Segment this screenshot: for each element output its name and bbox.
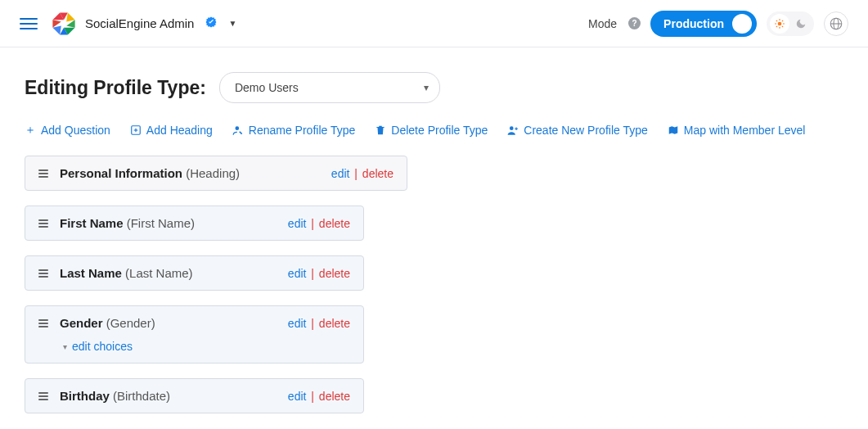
field-item[interactable]: First Name (First Name)edit | delete — [25, 205, 364, 241]
topbar: SocialEngine Admin ▼ Mode ? Production — [0, 0, 868, 47]
chevron-down-icon: ▼ — [228, 19, 236, 28]
svg-line-16 — [782, 20, 783, 20]
create-profile-type-link[interactable]: Create New Profile Type — [507, 123, 647, 138]
edit-link[interactable]: edit — [331, 167, 350, 180]
field-label: Personal Information (Heading) — [60, 166, 320, 180]
caret-down-icon: ▾ — [63, 342, 67, 351]
svg-point-23 — [235, 126, 239, 130]
field-label: Last Name (Last Name) — [60, 266, 277, 280]
topbar-right: Mode ? Production — [588, 11, 848, 37]
mode-toggle-label: Production — [663, 17, 724, 30]
delete-link[interactable]: delete — [362, 167, 394, 180]
language-button[interactable] — [824, 11, 848, 36]
field-label: Gender (Gender) — [60, 316, 277, 330]
delete-link[interactable]: delete — [319, 267, 350, 280]
svg-point-24 — [510, 126, 514, 130]
drag-handle-icon[interactable] — [38, 219, 48, 228]
field-item[interactable]: Last Name (Last Name)edit | delete — [25, 255, 364, 291]
add-heading-link[interactable]: Add Heading — [130, 123, 213, 138]
svg-point-8 — [778, 21, 782, 25]
edit-link[interactable]: edit — [288, 317, 307, 330]
field-label: Birthday (Birthdate) — [60, 389, 277, 403]
field-actions: edit | delete — [331, 167, 394, 180]
page-title: Editing Profile Type: — [25, 77, 206, 99]
moon-icon — [791, 14, 811, 34]
delete-link[interactable]: delete — [319, 317, 350, 330]
user-plus-icon — [507, 124, 519, 136]
brand-logo — [51, 11, 77, 37]
svg-line-15 — [776, 25, 777, 26]
field-item[interactable]: Birthday (Birthdate)edit | delete — [25, 378, 364, 413]
svg-marker-5 — [52, 25, 61, 34]
profile-type-select[interactable]: Demo Users — [219, 72, 440, 103]
drag-handle-icon[interactable] — [38, 169, 48, 178]
edit-link[interactable]: edit — [288, 217, 307, 230]
add-question-link[interactable]: ＋ Add Question — [25, 123, 110, 138]
field-extra: ▾edit choices — [63, 340, 350, 353]
delete-profile-type-link[interactable]: Delete Profile Type — [375, 123, 488, 138]
plus-square-icon — [130, 124, 142, 136]
mode-toggle[interactable]: Production — [650, 11, 757, 37]
field-item[interactable]: Gender (Gender)edit | delete▾edit choice… — [25, 305, 364, 364]
field-item[interactable]: Personal Information (Heading)edit | del… — [25, 156, 407, 191]
edit-link[interactable]: edit — [288, 267, 307, 280]
brand-dropdown[interactable]: SocialEngine Admin ▼ — [51, 11, 236, 37]
theme-toggle[interactable] — [767, 11, 814, 36]
edit-choices-link[interactable]: edit choices — [72, 340, 133, 353]
map-member-level-link[interactable]: Map with Member Level — [668, 123, 806, 138]
mode-label: Mode — [588, 17, 617, 30]
drag-handle-icon[interactable] — [38, 269, 48, 278]
edit-link[interactable]: edit — [288, 390, 307, 403]
plus-icon: ＋ — [25, 123, 36, 138]
topbar-left: SocialEngine Admin ▼ — [20, 11, 236, 37]
fields-list: Personal Information (Heading)edit | del… — [25, 156, 843, 413]
content-area: Editing Profile Type: Demo Users ＋ Add Q… — [0, 47, 868, 429]
field-actions: edit | delete — [288, 390, 350, 403]
user-edit-icon — [232, 124, 244, 136]
svg-marker-1 — [66, 12, 74, 21]
rename-profile-type-link[interactable]: Rename Profile Type — [232, 123, 355, 138]
field-label: First Name (First Name) — [60, 216, 277, 230]
field-actions: edit | delete — [288, 317, 350, 330]
hamburger-menu-button[interactable] — [20, 18, 38, 29]
delete-link[interactable]: delete — [319, 217, 350, 230]
delete-link[interactable]: delete — [319, 390, 350, 403]
actions-row: ＋ Add Question Add Heading Rename Profil… — [25, 123, 843, 138]
verified-icon — [205, 16, 217, 30]
field-actions: edit | delete — [288, 267, 350, 280]
svg-line-14 — [782, 25, 783, 26]
page-header: Editing Profile Type: Demo Users — [25, 72, 843, 103]
trash-icon — [375, 124, 386, 136]
map-icon — [668, 124, 679, 136]
sun-icon — [770, 14, 789, 34]
svg-line-13 — [776, 20, 777, 20]
help-icon[interactable]: ? — [628, 17, 641, 29]
drag-handle-icon[interactable] — [38, 392, 48, 400]
brand-title: SocialEngine Admin — [85, 16, 194, 30]
mode-toggle-knob — [732, 14, 752, 34]
field-actions: edit | delete — [288, 217, 350, 230]
drag-handle-icon[interactable] — [38, 319, 48, 327]
